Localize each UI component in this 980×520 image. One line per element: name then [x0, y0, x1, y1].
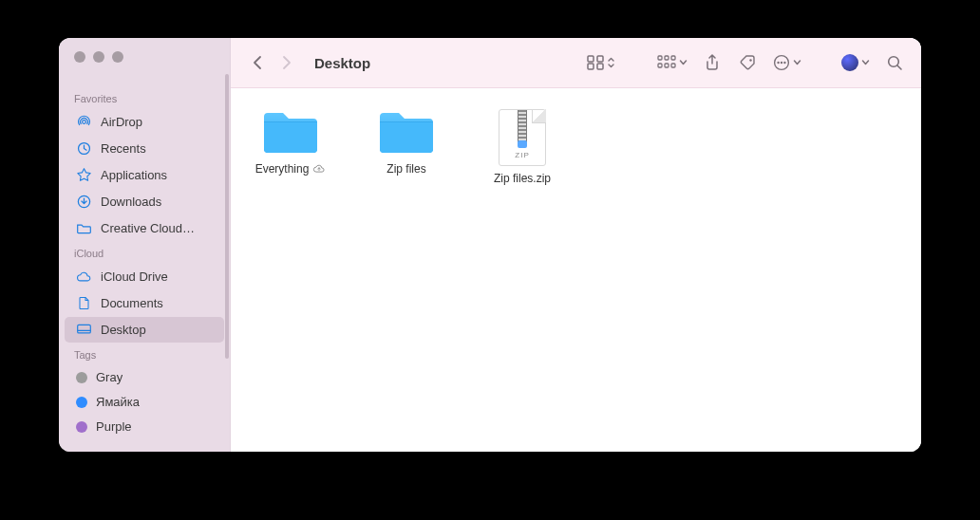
tag-dot-icon — [76, 421, 87, 433]
sidebar-item-icloud[interactable]: iCloud Drive — [65, 264, 224, 289]
zip-file-icon: ZIP — [499, 109, 546, 166]
more-button[interactable] — [771, 54, 803, 71]
sidebar-item-label: Documents — [101, 296, 163, 310]
sidebar-item-label: Creative Cloud… — [101, 221, 195, 235]
document-icon — [76, 295, 92, 311]
sidebar-item-recents[interactable]: Recents — [65, 136, 224, 161]
svg-point-14 — [749, 59, 751, 61]
desktop-icon — [76, 322, 92, 338]
download-icon — [76, 194, 92, 210]
sidebar-item-apps[interactable]: Applications — [65, 162, 224, 188]
svg-rect-11 — [658, 64, 662, 67]
sidebar-item-label: Ямайка — [96, 395, 140, 409]
sidebar: FavoritesAirDropRecentsApplicationsDownl… — [59, 38, 231, 452]
file-item[interactable]: Zip files — [364, 109, 449, 185]
cloud-icon — [76, 269, 92, 285]
group-by-button[interactable] — [655, 55, 689, 70]
share-button[interactable] — [699, 49, 726, 76]
apps-icon — [76, 167, 92, 183]
view-mode-button[interactable] — [585, 55, 617, 70]
back-button[interactable] — [244, 49, 271, 76]
svg-rect-12 — [665, 64, 669, 67]
chevron-down-icon — [793, 59, 801, 66]
chevron-updown-icon — [607, 57, 615, 68]
file-item-label: Zip files.zip — [494, 172, 551, 185]
search-button[interactable] — [881, 49, 908, 76]
folder-icon — [376, 109, 437, 157]
location-title: Desktop — [314, 55, 370, 71]
svg-rect-8 — [658, 56, 662, 60]
file-item[interactable]: Everything — [248, 109, 333, 185]
airdrop-icon — [76, 114, 92, 130]
svg-rect-10 — [671, 56, 675, 60]
sidebar-section-title: Tags — [59, 344, 230, 364]
chevron-down-icon — [861, 59, 870, 66]
sidebar-item-label: Applications — [101, 168, 167, 182]
chevron-down-icon — [679, 59, 688, 66]
svg-rect-13 — [671, 64, 675, 67]
sidebar-item-label: iCloud Drive — [101, 269, 168, 284]
sidebar-item-airdrop[interactable]: AirDrop — [65, 109, 224, 135]
svg-point-0 — [83, 121, 86, 124]
sidebar-item-label: Gray — [96, 370, 122, 384]
svg-point-16 — [777, 62, 779, 64]
clock-icon — [76, 140, 92, 157]
sidebar-item-downloads[interactable]: Downloads — [65, 189, 224, 214]
sidebar-item-label: Recents — [101, 141, 146, 156]
forward-button[interactable] — [273, 49, 299, 76]
file-item-label: Zip files — [386, 162, 425, 176]
cloud-status-icon — [312, 163, 326, 175]
account-button[interactable] — [839, 54, 872, 71]
svg-rect-9 — [665, 56, 669, 60]
svg-rect-6 — [588, 64, 594, 69]
sidebar-item-label: Purple — [96, 419, 132, 434]
minimize-dot[interactable] — [93, 51, 104, 63]
sidebar-item-label: AirDrop — [101, 115, 142, 129]
content-area[interactable]: EverythingZip filesZIPZip files.zip — [231, 88, 921, 452]
svg-rect-5 — [597, 56, 603, 62]
sidebar-item-label: Desktop — [101, 323, 146, 337]
finder-window: FavoritesAirDropRecentsApplicationsDownl… — [59, 38, 921, 452]
finder-main: Desktop — [231, 38, 921, 452]
close-dot[interactable] — [74, 51, 85, 63]
sidebar-item-tag-gray[interactable]: Gray — [65, 365, 224, 389]
tag-dot-icon — [76, 397, 87, 408]
sidebar-item-docs[interactable]: Documents — [65, 290, 224, 316]
svg-point-18 — [783, 62, 785, 64]
tag-dot-icon — [76, 372, 87, 383]
svg-rect-4 — [588, 56, 594, 62]
folder-icon — [76, 220, 92, 236]
window-controls — [59, 38, 230, 87]
sidebar-section-title: iCloud — [59, 242, 230, 263]
svg-point-17 — [781, 62, 782, 64]
sidebar-item-tag-purple[interactable]: Purple — [65, 415, 224, 438]
sidebar-item-tag-blue[interactable]: Ямайка — [65, 390, 224, 414]
account-avatar — [841, 54, 858, 71]
tags-button[interactable] — [735, 49, 762, 76]
file-item-label: Everything — [255, 162, 327, 176]
sidebar-item-desktop[interactable]: Desktop — [65, 317, 224, 343]
sidebar-section-title: Favorites — [59, 87, 230, 108]
sidebar-scrollbar[interactable] — [225, 74, 229, 359]
sidebar-item-label: Downloads — [101, 195, 161, 209]
zoom-dot[interactable] — [112, 51, 123, 63]
svg-rect-3 — [78, 325, 91, 333]
folder-icon — [260, 109, 321, 157]
sidebar-item-ccloud[interactable]: Creative Cloud… — [65, 215, 224, 241]
file-item[interactable]: ZIPZip files.zip — [480, 109, 565, 185]
toolbar: Desktop — [231, 38, 921, 88]
svg-rect-7 — [597, 64, 603, 69]
